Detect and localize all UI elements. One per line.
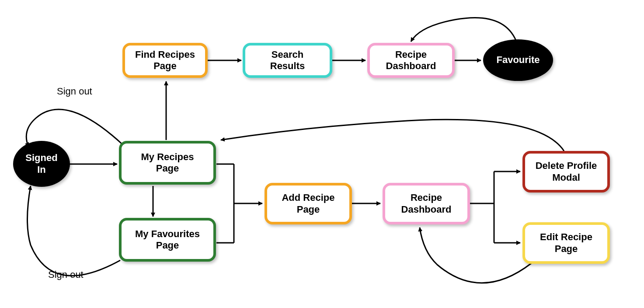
recipe-dashboard-1-label: RecipeDashboard xyxy=(386,49,436,72)
search-results-label: Search Results xyxy=(253,49,322,72)
sign-out-label-2: Sign out xyxy=(48,269,84,280)
find-recipes-page-node: Find RecipesPage xyxy=(122,43,208,78)
recipe-dashboard-2-label: RecipeDashboard xyxy=(401,192,452,215)
add-recipe-label: Add RecipePage xyxy=(282,192,334,215)
edit-recipe-page-node: Edit RecipePage xyxy=(522,222,610,264)
favourite-node: Favourite xyxy=(483,39,553,81)
my-recipes-label: My RecipesPage xyxy=(141,151,194,175)
delete-profile-modal-node: Delete ProfileModal xyxy=(522,151,610,192)
signed-in-node: SignedIn xyxy=(13,141,70,187)
my-favourites-page-node: My FavouritesPage xyxy=(119,218,216,262)
add-recipe-page-node: Add RecipePage xyxy=(265,183,352,224)
edit-recipe-label: Edit RecipePage xyxy=(540,231,592,255)
signed-in-label: SignedIn xyxy=(25,152,57,175)
search-results-node: Search Results xyxy=(243,43,332,78)
recipe-dashboard-2-node: RecipeDashboard xyxy=(383,183,470,224)
recipe-dashboard-1-node: RecipeDashboard xyxy=(367,43,455,78)
my-recipes-page-node: My RecipesPage xyxy=(119,141,216,185)
sign-out-label-1: Sign out xyxy=(57,86,92,97)
favourite-label: Favourite xyxy=(496,54,540,66)
find-recipes-label: Find RecipesPage xyxy=(135,49,195,72)
my-favourites-label: My FavouritesPage xyxy=(135,228,200,252)
delete-profile-label: Delete ProfileModal xyxy=(536,160,597,183)
